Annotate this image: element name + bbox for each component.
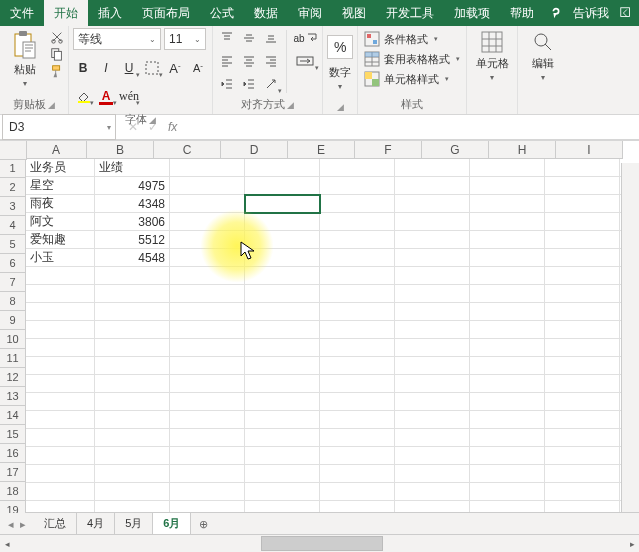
cell[interactable] [320, 177, 395, 195]
cell[interactable] [95, 357, 170, 375]
cell[interactable] [95, 303, 170, 321]
cell[interactable] [545, 483, 620, 501]
cell[interactable] [545, 375, 620, 393]
sheet-tab[interactable]: 汇总 [34, 512, 77, 536]
font-color-button[interactable]: A▾ [96, 86, 116, 106]
cell[interactable] [95, 393, 170, 411]
cell[interactable] [320, 375, 395, 393]
cell[interactable] [320, 249, 395, 267]
cell[interactable] [320, 231, 395, 249]
italic-button[interactable]: I [96, 58, 116, 78]
cell[interactable] [245, 321, 320, 339]
tab-insert[interactable]: 插入 [88, 0, 132, 26]
cell[interactable] [170, 285, 245, 303]
cell[interactable]: 业务员 [26, 159, 95, 177]
cell[interactable] [245, 231, 320, 249]
cell[interactable] [545, 393, 620, 411]
cell[interactable] [545, 213, 620, 231]
column-header[interactable]: B [87, 141, 154, 159]
cell[interactable] [26, 429, 95, 447]
cell[interactable] [26, 465, 95, 483]
align-middle-icon[interactable] [239, 28, 259, 48]
cut-icon[interactable] [50, 30, 64, 44]
cell[interactable] [26, 303, 95, 321]
cell[interactable] [470, 483, 545, 501]
cell[interactable] [545, 285, 620, 303]
underline-button[interactable]: U▾ [119, 58, 139, 78]
cell[interactable] [470, 429, 545, 447]
align-left-icon[interactable] [217, 51, 237, 71]
cell[interactable] [545, 321, 620, 339]
align-center-icon[interactable] [239, 51, 259, 71]
name-box[interactable]: D3▾ [2, 114, 116, 140]
cell[interactable] [395, 393, 470, 411]
cell[interactable] [95, 465, 170, 483]
fx-icon[interactable]: fx [168, 120, 177, 134]
cell[interactable] [26, 411, 95, 429]
increase-font-icon[interactable]: Aˆ [165, 58, 185, 78]
row-header[interactable]: 4 [0, 216, 26, 235]
row-header[interactable]: 12 [0, 368, 26, 387]
cell[interactable] [245, 465, 320, 483]
row-header[interactable]: 13 [0, 387, 26, 406]
cell[interactable] [395, 357, 470, 375]
row-header[interactable]: 7 [0, 273, 26, 292]
cell[interactable] [95, 447, 170, 465]
cell[interactable] [245, 429, 320, 447]
cell[interactable] [95, 375, 170, 393]
cell[interactable] [395, 411, 470, 429]
cell[interactable] [95, 429, 170, 447]
cell[interactable] [320, 285, 395, 303]
cell[interactable] [320, 429, 395, 447]
row-header[interactable]: 16 [0, 444, 26, 463]
cell[interactable] [170, 339, 245, 357]
border-button[interactable]: ▾ [142, 58, 162, 78]
cell[interactable] [395, 177, 470, 195]
cell[interactable] [545, 177, 620, 195]
cell[interactable] [170, 483, 245, 501]
tellme-text[interactable]: 告诉我 [569, 0, 613, 27]
font-size-select[interactable]: 11⌄ [164, 28, 206, 50]
cell[interactable] [395, 429, 470, 447]
cell[interactable] [320, 321, 395, 339]
cell[interactable] [170, 267, 245, 285]
cell[interactable] [320, 411, 395, 429]
cell[interactable] [95, 411, 170, 429]
cell[interactable] [170, 177, 245, 195]
sheet-nav-next-icon[interactable]: ▸ [20, 518, 26, 531]
cell[interactable] [320, 447, 395, 465]
cell[interactable] [245, 213, 320, 231]
scroll-left-icon[interactable]: ◂ [0, 539, 14, 549]
cell[interactable] [245, 249, 320, 267]
cell[interactable] [245, 195, 320, 213]
cell[interactable] [170, 195, 245, 213]
cell[interactable] [470, 375, 545, 393]
row-header[interactable]: 3 [0, 197, 26, 216]
cell[interactable] [245, 447, 320, 465]
cell[interactable] [395, 447, 470, 465]
fill-color-button[interactable]: ▾ [73, 86, 93, 106]
align-bottom-icon[interactable] [261, 28, 281, 48]
format-painter-icon[interactable] [50, 64, 64, 78]
cell[interactable]: 业绩 [95, 159, 170, 177]
tab-help[interactable]: 帮助 [500, 0, 544, 26]
cell[interactable] [320, 267, 395, 285]
cell[interactable] [170, 321, 245, 339]
cell[interactable] [545, 465, 620, 483]
cell[interactable] [170, 213, 245, 231]
cell[interactable] [470, 339, 545, 357]
cell[interactable] [26, 339, 95, 357]
cell[interactable] [320, 393, 395, 411]
scroll-right-icon[interactable]: ▸ [625, 539, 639, 549]
font-launcher-icon[interactable]: ◢ [149, 115, 156, 125]
cell[interactable] [470, 213, 545, 231]
cell[interactable] [170, 375, 245, 393]
cell[interactable] [245, 483, 320, 501]
cell[interactable] [26, 357, 95, 375]
cell[interactable] [470, 321, 545, 339]
cell[interactable] [545, 357, 620, 375]
column-header[interactable]: H [489, 141, 556, 159]
percent-icon[interactable]: % [327, 35, 353, 59]
decrease-font-icon[interactable]: Aˇ [188, 58, 208, 78]
cell[interactable] [170, 231, 245, 249]
